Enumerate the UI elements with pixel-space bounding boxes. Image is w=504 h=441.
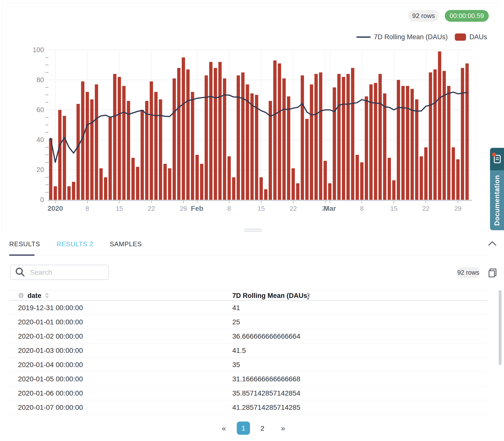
table-scrollbar[interactable] (499, 290, 502, 365)
x-axis-label: 8 (360, 205, 364, 212)
tab-results-2[interactable]: RESULTS 2 (57, 240, 93, 251)
dau-bar (296, 183, 299, 200)
search-box (10, 265, 109, 280)
dau-bar (182, 57, 185, 200)
search-input[interactable] (29, 268, 98, 277)
dau-bar (351, 68, 354, 200)
dau-bar (264, 189, 267, 200)
column-header-date[interactable]: date (27, 292, 41, 300)
gear-icon[interactable]: ⚙ (18, 292, 24, 300)
panel-resize-handle[interactable] (244, 229, 262, 233)
dau-bar (191, 92, 194, 200)
dau-bar (131, 158, 135, 200)
search-icon (14, 267, 26, 278)
table-row[interactable]: 2020-01-04 00:00:0035 (9, 358, 487, 372)
dau-bar (291, 168, 295, 200)
table-row[interactable]: 2020-01-01 00:00:0025 (9, 315, 487, 329)
cell-rolling-mean: 36.666666666666664 (232, 332, 300, 340)
table-row[interactable]: 2019-12-31 00:00:0041 (9, 301, 487, 315)
dau-bar (314, 74, 318, 200)
dau-bar (104, 177, 107, 200)
table-row[interactable]: 2020-01-02 00:00:0036.666666666666664 (9, 329, 487, 343)
x-axis-label: 22 (148, 205, 155, 212)
table-row[interactable]: 2020-01-06 00:00:0035.857142857142854 (9, 386, 487, 400)
dau-bar (63, 116, 66, 200)
pagination-page-1[interactable]: 1 (237, 422, 250, 435)
x-axis-label: Feb (191, 205, 203, 212)
dau-bar (113, 74, 116, 200)
dau-bar (150, 81, 153, 200)
x-axis-label: 29 (454, 205, 462, 212)
cell-rolling-mean: 25 (232, 318, 240, 326)
dau-bar (360, 162, 363, 200)
pagination-prev-button[interactable]: « (222, 424, 226, 433)
column-header-rolling-mean[interactable]: 7D Rolling Mean (DAUs) (232, 292, 309, 300)
dau-bar (324, 161, 327, 200)
x-axis-label: 8 (85, 205, 89, 212)
dau-bar (456, 159, 460, 200)
dau-bar (401, 86, 405, 200)
dau-bar (447, 86, 450, 200)
dau-bar (310, 84, 313, 200)
dau-bar (356, 155, 359, 200)
documentation-side-tab[interactable]: Documentation (490, 148, 504, 230)
tabbar-divider (9, 255, 487, 255)
dau-bar (228, 156, 231, 200)
dau-bar (141, 110, 144, 200)
dau-bar (452, 147, 455, 200)
cell-rolling-mean: 41.285714285714285 (232, 404, 300, 412)
y-axis-label: 80 (36, 76, 44, 84)
x-axis-label: 15 (390, 205, 398, 212)
dau-bar (282, 78, 286, 200)
cell-rolling-mean: 35 (232, 361, 240, 369)
dau-bar (415, 99, 418, 200)
pagination-page-2[interactable]: 2 (260, 425, 264, 433)
documentation-tab-label: Documentation (490, 170, 504, 230)
y-axis-label: 60 (36, 106, 44, 114)
dau-bar (196, 155, 199, 200)
cell-date: 2019-12-31 00:00:00 (18, 304, 83, 312)
dau-bar (173, 78, 176, 200)
table-row[interactable]: 2020-01-07 00:00:0041.285714285714285 (9, 400, 487, 415)
dau-bar (342, 77, 345, 200)
dau-bar (186, 69, 190, 200)
active-tab-underline (9, 254, 34, 256)
dau-bar (205, 75, 208, 200)
results-table-body: 2019-12-31 00:00:00412020-01-01 00:00:00… (9, 301, 487, 415)
dau-bar (374, 83, 377, 200)
y-axis-label: 20 (36, 166, 44, 174)
dau-bar (209, 62, 213, 200)
dau-bar (72, 182, 75, 200)
sort-icon-rolling-mean[interactable] (307, 293, 311, 299)
chevron-up-icon[interactable] (487, 240, 497, 247)
dau-bar (305, 119, 308, 200)
dau-bar (118, 77, 121, 200)
dau-bar (214, 68, 217, 200)
dau-bar (67, 186, 71, 200)
tab-results[interactable]: RESULTS (9, 240, 40, 251)
cell-date: 2020-01-02 00:00:00 (18, 332, 83, 340)
pagination-next-button[interactable]: » (281, 424, 285, 433)
cell-date: 2020-01-04 00:00:00 (18, 361, 83, 369)
cell-rolling-mean: 41.5 (232, 347, 246, 355)
dau-bar (337, 74, 341, 200)
dau-bar (49, 138, 52, 200)
dau-bar (255, 95, 258, 200)
cell-date: 2020-01-07 00:00:00 (18, 404, 83, 412)
tab-samples[interactable]: SAMPLES (110, 240, 142, 251)
x-axis-label: 15 (116, 205, 123, 212)
x-axis-label: 8 (227, 205, 231, 212)
dau-bar (159, 99, 162, 200)
dau-bar (163, 164, 167, 200)
dau-bar (218, 62, 222, 200)
dau-bar (58, 110, 61, 200)
cell-date: 2020-01-06 00:00:00 (18, 389, 83, 397)
sort-icon-date[interactable] (45, 293, 49, 299)
x-axis-label: 2020 (47, 205, 63, 212)
table-row[interactable]: 2020-01-05 00:00:0031.166666666666668 (9, 372, 487, 386)
dau-bar (237, 75, 240, 200)
dau-bar (429, 72, 432, 200)
copy-icon[interactable] (487, 268, 498, 278)
dau-bar (443, 71, 446, 200)
table-row[interactable]: 2020-01-03 00:00:0041.5 (9, 343, 487, 358)
